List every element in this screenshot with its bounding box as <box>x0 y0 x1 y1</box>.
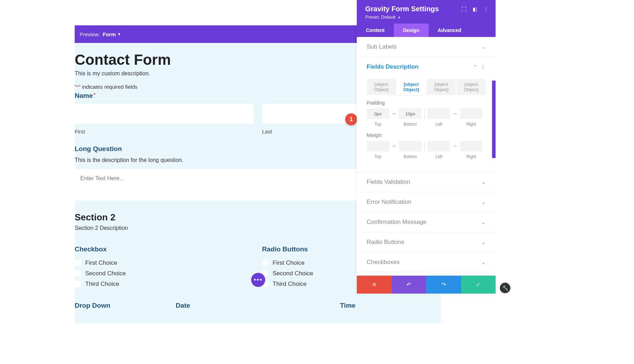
responsive-icon[interactable]: ⛶ <box>461 6 466 12</box>
acc-fields-description[interactable]: Fields Description ⌃⋮ <box>357 57 496 77</box>
dock-icon[interactable]: ◧ <box>473 6 477 12</box>
padding-top-input[interactable] <box>367 108 389 119</box>
chevron-down-icon: ⌄ <box>481 259 486 265</box>
save-button[interactable]: ✓ <box>461 276 496 294</box>
acc-fields-validation[interactable]: Fields Validation⌄ <box>357 172 496 192</box>
checkbox-item[interactable]: Second Choice <box>75 270 254 277</box>
radio-icon <box>262 260 268 266</box>
acc-error-notification[interactable]: Error Notification⌄ <box>357 192 496 212</box>
first-sublabel: First <box>75 128 254 134</box>
checkbox-label: Checkbox <box>75 245 254 253</box>
padding-left-input[interactable] <box>428 108 450 119</box>
checkbox-icon <box>75 281 81 287</box>
seg-option[interactable]: [object Object] <box>367 79 396 95</box>
chevron-down-icon: ⌄ <box>481 44 486 50</box>
close-button[interactable]: ✕ <box>357 276 392 294</box>
preview-label: Preview: <box>80 31 100 37</box>
acc-confirmation-message[interactable]: Confirmation Message⌄ <box>357 212 496 232</box>
margin-top-input[interactable] <box>367 141 389 151</box>
chevron-down-icon: ⌄ <box>481 219 486 225</box>
preview-value: Form <box>103 31 116 37</box>
checkbox-icon <box>75 260 81 266</box>
marker-badge[interactable]: 1 <box>345 113 357 125</box>
time-label: Time <box>276 302 441 309</box>
tab-design[interactable]: Design <box>394 24 429 37</box>
margin-label: Margin <box>367 132 486 138</box>
seg-option[interactable]: [object Object] <box>397 79 426 95</box>
undo-button[interactable]: ↶ <box>392 276 427 294</box>
tab-content[interactable]: Content <box>357 24 394 37</box>
tab-advanced[interactable]: Advanced <box>429 24 471 37</box>
preset-selector[interactable]: Preset: Default ▼ <box>365 14 487 20</box>
chevron-down-icon: ⌄ <box>481 239 486 245</box>
more-fab[interactable]: ••• <box>251 273 265 287</box>
checkbox-item[interactable]: Third Choice <box>75 281 254 288</box>
margin-left-input[interactable] <box>428 141 450 151</box>
seg-option[interactable]: [object Object] <box>427 79 456 95</box>
padding-label: Padding <box>367 100 486 106</box>
segment-row: [object Object] [object Object] [object … <box>367 79 486 95</box>
date-label: Date <box>176 302 277 309</box>
chevron-up-icon: ⌃ <box>473 64 477 70</box>
link-icon[interactable]: ⇔ <box>391 108 398 119</box>
chevron-down-icon: ⌄ <box>481 199 486 205</box>
acc-sub-labels[interactable]: Sub Labels ⌄ <box>357 37 496 57</box>
margin-bottom-input[interactable] <box>399 141 422 151</box>
panel-footer: ✕ ↶ ↷ ✓ <box>357 276 496 294</box>
first-name-input[interactable] <box>75 104 254 124</box>
chevron-down-icon: ⌄ <box>481 179 486 185</box>
caret-down-icon: ▼ <box>117 32 121 36</box>
scrollbar-thumb[interactable] <box>492 81 496 158</box>
seg-option[interactable]: [object Object] <box>456 79 486 95</box>
settings-panel: Gravity Form Settings Preset: Default ▼ … <box>357 0 496 294</box>
redo-button[interactable]: ↷ <box>426 276 461 294</box>
checkbox-item[interactable]: First Choice <box>75 259 254 266</box>
dropdown-label: Drop Down <box>75 302 176 309</box>
margin-right-input[interactable] <box>460 141 483 151</box>
checkbox-icon <box>75 270 81 277</box>
acc-checkboxes[interactable]: Checkboxes⌄ <box>357 252 496 272</box>
menu-icon[interactable]: ⋮ <box>484 6 489 12</box>
more-icon[interactable]: ⋮ <box>480 64 486 70</box>
link-icon[interactable]: ⇔ <box>391 141 398 151</box>
wrench-fab[interactable]: 🔧 <box>500 283 510 293</box>
panel-header: Gravity Form Settings Preset: Default ▼ … <box>357 0 496 24</box>
link-icon[interactable]: ⇔ <box>452 141 459 151</box>
link-icon[interactable]: ⇔ <box>452 108 459 119</box>
padding-right-input[interactable] <box>460 108 483 119</box>
acc-radio-buttons[interactable]: Radio Buttons⌄ <box>357 232 496 252</box>
padding-bottom-input[interactable] <box>399 108 422 119</box>
tabs: Content Design Advanced <box>357 24 496 37</box>
